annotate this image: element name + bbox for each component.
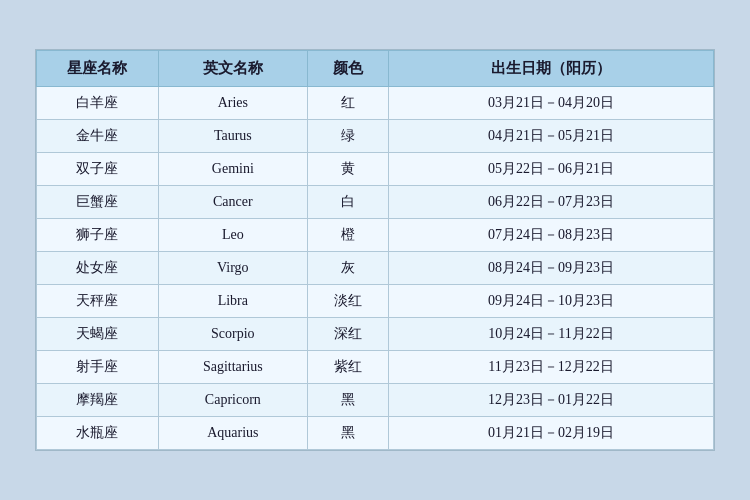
cell-birth-date: 05月22日－06月21日 xyxy=(389,153,714,186)
cell-chinese-name: 摩羯座 xyxy=(37,384,159,417)
table-row: 射手座Sagittarius紫红11月23日－12月22日 xyxy=(37,351,714,384)
table-row: 金牛座Taurus绿04月21日－05月21日 xyxy=(37,120,714,153)
cell-color: 黄 xyxy=(307,153,388,186)
cell-english-name: Leo xyxy=(158,219,307,252)
cell-english-name: Capricorn xyxy=(158,384,307,417)
cell-color: 红 xyxy=(307,87,388,120)
cell-color: 淡红 xyxy=(307,285,388,318)
cell-chinese-name: 射手座 xyxy=(37,351,159,384)
cell-english-name: Taurus xyxy=(158,120,307,153)
cell-birth-date: 11月23日－12月22日 xyxy=(389,351,714,384)
table-row: 巨蟹座Cancer白06月22日－07月23日 xyxy=(37,186,714,219)
table-row: 双子座Gemini黄05月22日－06月21日 xyxy=(37,153,714,186)
table-header-row: 星座名称 英文名称 颜色 出生日期（阳历） xyxy=(37,51,714,87)
cell-color: 绿 xyxy=(307,120,388,153)
cell-color: 黑 xyxy=(307,417,388,450)
cell-chinese-name: 天蝎座 xyxy=(37,318,159,351)
cell-color: 灰 xyxy=(307,252,388,285)
cell-chinese-name: 金牛座 xyxy=(37,120,159,153)
cell-chinese-name: 狮子座 xyxy=(37,219,159,252)
cell-english-name: Aquarius xyxy=(158,417,307,450)
cell-english-name: Libra xyxy=(158,285,307,318)
table-row: 狮子座Leo橙07月24日－08月23日 xyxy=(37,219,714,252)
table-row: 摩羯座Capricorn黑12月23日－01月22日 xyxy=(37,384,714,417)
cell-chinese-name: 天秤座 xyxy=(37,285,159,318)
cell-birth-date: 08月24日－09月23日 xyxy=(389,252,714,285)
cell-english-name: Gemini xyxy=(158,153,307,186)
cell-english-name: Sagittarius xyxy=(158,351,307,384)
table-row: 处女座Virgo灰08月24日－09月23日 xyxy=(37,252,714,285)
zodiac-table: 星座名称 英文名称 颜色 出生日期（阳历） 白羊座Aries红03月21日－04… xyxy=(36,50,714,450)
table-row: 白羊座Aries红03月21日－04月20日 xyxy=(37,87,714,120)
table-body: 白羊座Aries红03月21日－04月20日金牛座Taurus绿04月21日－0… xyxy=(37,87,714,450)
cell-color: 黑 xyxy=(307,384,388,417)
header-color: 颜色 xyxy=(307,51,388,87)
cell-english-name: Virgo xyxy=(158,252,307,285)
cell-chinese-name: 巨蟹座 xyxy=(37,186,159,219)
cell-birth-date: 07月24日－08月23日 xyxy=(389,219,714,252)
cell-color: 深红 xyxy=(307,318,388,351)
cell-birth-date: 06月22日－07月23日 xyxy=(389,186,714,219)
cell-chinese-name: 白羊座 xyxy=(37,87,159,120)
cell-birth-date: 12月23日－01月22日 xyxy=(389,384,714,417)
header-english-name: 英文名称 xyxy=(158,51,307,87)
cell-birth-date: 03月21日－04月20日 xyxy=(389,87,714,120)
header-chinese-name: 星座名称 xyxy=(37,51,159,87)
cell-chinese-name: 双子座 xyxy=(37,153,159,186)
cell-birth-date: 04月21日－05月21日 xyxy=(389,120,714,153)
cell-chinese-name: 水瓶座 xyxy=(37,417,159,450)
table-row: 天秤座Libra淡红09月24日－10月23日 xyxy=(37,285,714,318)
cell-color: 白 xyxy=(307,186,388,219)
cell-birth-date: 10月24日－11月22日 xyxy=(389,318,714,351)
cell-birth-date: 01月21日－02月19日 xyxy=(389,417,714,450)
cell-english-name: Scorpio xyxy=(158,318,307,351)
cell-color: 紫红 xyxy=(307,351,388,384)
table-row: 天蝎座Scorpio深红10月24日－11月22日 xyxy=(37,318,714,351)
cell-english-name: Cancer xyxy=(158,186,307,219)
cell-color: 橙 xyxy=(307,219,388,252)
cell-english-name: Aries xyxy=(158,87,307,120)
table-row: 水瓶座Aquarius黑01月21日－02月19日 xyxy=(37,417,714,450)
cell-birth-date: 09月24日－10月23日 xyxy=(389,285,714,318)
zodiac-table-container: 星座名称 英文名称 颜色 出生日期（阳历） 白羊座Aries红03月21日－04… xyxy=(35,49,715,451)
header-birth-date: 出生日期（阳历） xyxy=(389,51,714,87)
cell-chinese-name: 处女座 xyxy=(37,252,159,285)
